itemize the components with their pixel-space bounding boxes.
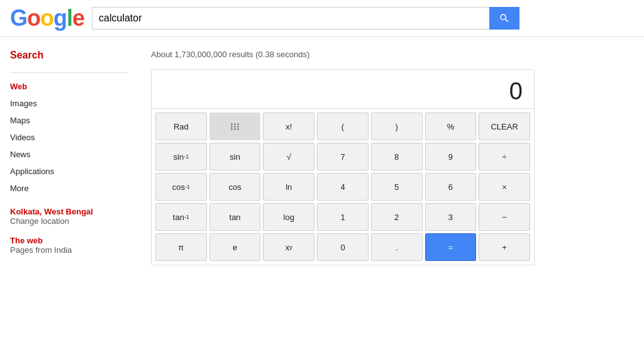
btn-clear[interactable]: CLEAR [479, 113, 530, 140]
btn-divide[interactable]: ÷ [479, 143, 530, 170]
search-box [92, 7, 519, 30]
search-icon [499, 13, 510, 24]
btn-sqrt[interactable]: √ [263, 143, 314, 170]
sidebar: Search Web Images Maps Videos News Appli… [0, 45, 138, 265]
sidebar-item-videos[interactable]: Videos [10, 129, 128, 146]
content-area: About 1,730,000,000 results (0.38 second… [138, 45, 644, 265]
btn-6[interactable]: 6 [425, 173, 477, 201]
btn-5[interactable]: 5 [371, 173, 423, 201]
calc-row-2: sin-1 sin √ 7 8 9 ÷ [155, 143, 530, 170]
btn-4[interactable]: 4 [317, 173, 369, 201]
btn-atan[interactable]: tan-1 [155, 203, 207, 231]
results-info: About 1,730,000,000 results (0.38 second… [151, 45, 631, 69]
calculator: 0 Rad ⁝⁝⁝ x! ( ) % CLEAR sin-1 sin √ 7 [151, 69, 535, 265]
btn-multiply[interactable]: × [479, 173, 530, 201]
sidebar-location: Kolkata, West Bengal Change location [10, 207, 128, 226]
btn-grid[interactable]: ⁝⁝⁝ [209, 113, 261, 140]
btn-asin[interactable]: sin-1 [155, 143, 207, 170]
sidebar-item-web[interactable]: Web [10, 78, 128, 95]
btn-equals[interactable]: = [425, 233, 477, 261]
calc-grid: Rad ⁝⁝⁝ x! ( ) % CLEAR sin-1 sin √ 7 8 9… [152, 109, 534, 265]
btn-1[interactable]: 1 [317, 203, 369, 231]
calc-row-1: Rad ⁝⁝⁝ x! ( ) % CLEAR [155, 113, 530, 140]
btn-2[interactable]: 2 [371, 203, 423, 231]
btn-percent[interactable]: % [425, 113, 477, 140]
btn-3[interactable]: 3 [425, 203, 477, 231]
btn-open-paren[interactable]: ( [317, 113, 369, 140]
btn-log[interactable]: log [263, 203, 314, 231]
sidebar-item-news[interactable]: News [10, 146, 128, 163]
btn-8[interactable]: 8 [371, 143, 423, 170]
search-section-label: Search [10, 45, 128, 67]
change-location-link[interactable]: Change location [10, 216, 128, 226]
btn-power[interactable]: xy [263, 233, 314, 261]
google-logo[interactable]: Google [10, 5, 84, 31]
btn-cos[interactable]: cos [209, 173, 261, 201]
search-button[interactable] [489, 7, 519, 30]
header: Google [0, 0, 644, 37]
calc-row-5: π e xy 0 . = + [155, 233, 530, 261]
the-web-label[interactable]: The web [10, 236, 128, 245]
btn-subtract[interactable]: − [479, 203, 530, 231]
btn-dot[interactable]: . [371, 233, 423, 261]
btn-tan[interactable]: tan [209, 203, 261, 231]
btn-add[interactable]: + [479, 233, 530, 261]
location-name[interactable]: Kolkata, West Bengal [10, 207, 128, 216]
btn-e[interactable]: e [209, 233, 261, 261]
calc-display: 0 [152, 70, 534, 109]
calc-row-3: cos-1 cos ln 4 5 6 × [155, 173, 530, 201]
btn-pi[interactable]: π [155, 233, 207, 261]
sidebar-item-applications[interactable]: Applications [10, 163, 128, 180]
calc-row-4: tan-1 tan log 1 2 3 − [155, 203, 530, 231]
pages-from-label: Pages from India [10, 245, 128, 255]
btn-rad[interactable]: Rad [155, 113, 207, 140]
btn-7[interactable]: 7 [317, 143, 369, 170]
search-input[interactable] [92, 7, 489, 30]
btn-0[interactable]: 0 [317, 233, 369, 261]
btn-sin[interactable]: sin [209, 143, 261, 170]
sidebar-web-section: The web Pages from India [10, 236, 128, 255]
btn-factorial[interactable]: x! [263, 113, 314, 140]
btn-ln[interactable]: ln [263, 173, 314, 201]
btn-9[interactable]: 9 [425, 143, 477, 170]
sidebar-item-more[interactable]: More [10, 180, 128, 197]
btn-close-paren[interactable]: ) [371, 113, 423, 140]
sidebar-divider [10, 72, 128, 73]
sidebar-item-images[interactable]: Images [10, 95, 128, 112]
sidebar-item-maps[interactable]: Maps [10, 112, 128, 129]
main-layout: Search Web Images Maps Videos News Appli… [0, 37, 644, 265]
btn-acos[interactable]: cos-1 [155, 173, 207, 201]
